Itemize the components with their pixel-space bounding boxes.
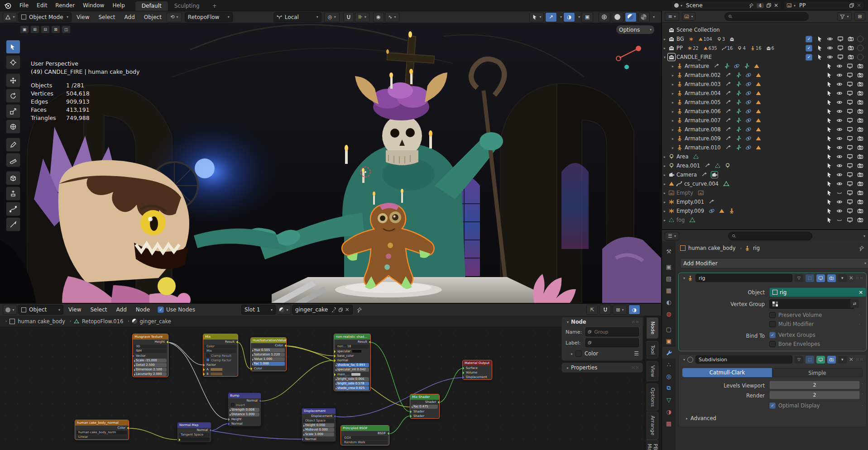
slot-dropdown[interactable]: Slot 1▾: [241, 305, 276, 315]
proportional-falloff-dropdown[interactable]: ∿▾: [385, 12, 399, 22]
selectable-icon[interactable]: [826, 108, 832, 115]
node-name-field[interactable]: [585, 327, 639, 336]
render-disable-icon[interactable]: [857, 181, 863, 187]
outliner-row-candle-fire[interactable]: ▾CANDLE_FIRE ✓: [662, 53, 868, 62]
crumb-mesh[interactable]: RetopoFlow.016: [82, 318, 123, 325]
viewport-disable-icon[interactable]: [847, 117, 853, 124]
workspace-tab-sculpting[interactable]: Sculpting: [168, 1, 206, 11]
tab-material[interactable]: ◑: [662, 406, 676, 417]
select-mode-intersect[interactable]: ◫: [62, 25, 71, 34]
tab-physics[interactable]: ◎: [662, 370, 676, 382]
hide-icon[interactable]: [836, 108, 843, 115]
node-musgrave-texture[interactable]: Musgrave Texture Height 3D fBM Vector Sc…: [132, 334, 168, 377]
render-disable-icon[interactable]: [857, 217, 863, 223]
collapse-icon[interactable]: ▾: [683, 358, 685, 362]
render-disable-icon[interactable]: [848, 54, 854, 60]
render-disable-icon[interactable]: [857, 117, 863, 124]
tab-modifiers[interactable]: [662, 347, 676, 359]
bind-bone-envelopes-row[interactable]: Bone Envelopes: [769, 341, 820, 347]
outliner-row-armature-004[interactable]: ▸Armature.004: [662, 89, 868, 98]
unlink-icon[interactable]: ✕: [345, 306, 350, 313]
render-disable-icon[interactable]: [857, 144, 863, 151]
outliner-row-empty-009[interactable]: ▸Empty.009: [662, 206, 868, 215]
selectable-icon[interactable]: [826, 99, 832, 105]
sidebar-tab-node[interactable]: Node: [647, 317, 658, 339]
menu-add[interactable]: Add: [120, 13, 139, 21]
preserve-volume-row[interactable]: Preserve Volume: [769, 312, 822, 318]
sidebar-tab-view[interactable]: View: [647, 361, 658, 381]
tab-collection[interactable]: ▢: [662, 323, 676, 335]
tab-world[interactable]: ◍: [662, 308, 676, 320]
viewport-disable-icon[interactable]: [847, 181, 853, 187]
pin-icon[interactable]: [356, 307, 362, 313]
unlink-icon[interactable]: ✕: [774, 2, 778, 9]
hide-icon[interactable]: [836, 181, 843, 187]
modifier-extras-dropdown[interactable]: ▾: [838, 356, 847, 364]
viewport-disable-icon[interactable]: [837, 36, 844, 42]
outliner-row-armature-006[interactable]: ▸Armature.006: [662, 107, 868, 116]
hide-icon[interactable]: [836, 117, 843, 124]
outliner-row-empty[interactable]: ▸Empty: [662, 188, 868, 197]
collection-checkbox[interactable]: ✓: [806, 54, 812, 61]
pin-icon[interactable]: [748, 3, 754, 8]
outliner-row-armature-010[interactable]: ▸Armature.010: [662, 143, 868, 152]
selectable-icon[interactable]: [826, 135, 832, 142]
shading-wireframe-button[interactable]: [599, 12, 610, 22]
menu-window[interactable]: Window: [79, 1, 108, 10]
selectable-icon[interactable]: [816, 54, 823, 60]
outliner-row-armature-003[interactable]: ▸Armature.003: [662, 80, 868, 89]
menu-view[interactable]: View: [72, 13, 93, 21]
overlays-dropdown[interactable]: ▾: [578, 15, 580, 19]
tool-measure[interactable]: [6, 153, 20, 167]
viewport-disable-icon[interactable]: [847, 190, 853, 196]
hide-icon[interactable]: [836, 99, 843, 105]
material-browse-dropdown[interactable]: ▾: [277, 305, 291, 315]
use-nodes-toggle[interactable]: ✓Use Nodes: [158, 306, 195, 313]
node-image-texture[interactable]: human cake_body_normal Color human cake_…: [75, 420, 129, 440]
menu-view[interactable]: View: [64, 306, 85, 314]
bind-vertex-groups-row[interactable]: ✓Vertex Groups: [769, 332, 815, 338]
copy-icon[interactable]: [766, 3, 772, 8]
tab-output[interactable]: ▤: [662, 273, 676, 284]
selectable-icon[interactable]: [826, 181, 832, 187]
node-mix[interactable]: Mix Result Color Mix Clamp Result Clamp …: [203, 334, 238, 377]
hide-icon[interactable]: [827, 36, 833, 42]
hide-icon[interactable]: [836, 163, 843, 169]
outliner-row-armature-007[interactable]: ▸Armature.007: [662, 116, 868, 125]
outliner-row-armature[interactable]: ▸Armature: [662, 62, 868, 71]
editor-type-selector[interactable]: ▾: [3, 12, 17, 22]
scene-selector[interactable]: ▾ Scene 4 ✕: [671, 1, 782, 10]
render-disable-icon[interactable]: [857, 99, 863, 105]
render-display-toggle[interactable]: [827, 274, 836, 282]
node-label-field[interactable]: [585, 338, 639, 347]
selectable-icon[interactable]: [826, 81, 832, 87]
viewport-disable-icon[interactable]: [847, 172, 853, 178]
tab-view-layer[interactable]: ▦: [662, 284, 676, 296]
tool-knife[interactable]: [6, 217, 20, 231]
viewport-disable-icon[interactable]: [847, 163, 853, 169]
select-mode-subtract[interactable]: ⊟: [41, 25, 50, 34]
render-disable-icon[interactable]: [857, 199, 863, 205]
node-group-non-realistic-shader[interactable]: non-realistic shad… Result non… 18 specu…: [334, 334, 371, 391]
tool-rotate[interactable]: [6, 89, 20, 103]
select-mode-invert[interactable]: ⊠: [51, 25, 60, 34]
snap-toggle[interactable]: [343, 12, 354, 22]
tool-add-cube[interactable]: [6, 171, 20, 185]
viewport-disable-icon[interactable]: [847, 144, 853, 151]
collection-checkbox[interactable]: ✓: [806, 45, 812, 52]
link-icon[interactable]: [331, 307, 336, 312]
render-levels-field[interactable]: 2: [769, 391, 860, 399]
modifier-name-field[interactable]: [695, 274, 792, 282]
render-disable-icon[interactable]: [857, 190, 863, 196]
properties-options-dropdown[interactable]: ▾: [863, 234, 865, 238]
workspace-tab-default[interactable]: Default: [135, 1, 168, 11]
node-displacement[interactable]: Displacement Displacement Object Space H…: [302, 408, 336, 442]
simple-button[interactable]: Simple: [772, 368, 863, 377]
sidebar-tab-arrange[interactable]: Arrange: [647, 412, 658, 440]
selectable-icon[interactable]: [826, 63, 832, 69]
hide-icon[interactable]: [836, 81, 843, 87]
node-label-input[interactable]: [593, 340, 637, 346]
node-parent-icon[interactable]: ⇱: [586, 305, 598, 315]
edit-mode-display-toggle[interactable]: ▽: [795, 274, 803, 282]
copy-icon[interactable]: [338, 307, 343, 312]
